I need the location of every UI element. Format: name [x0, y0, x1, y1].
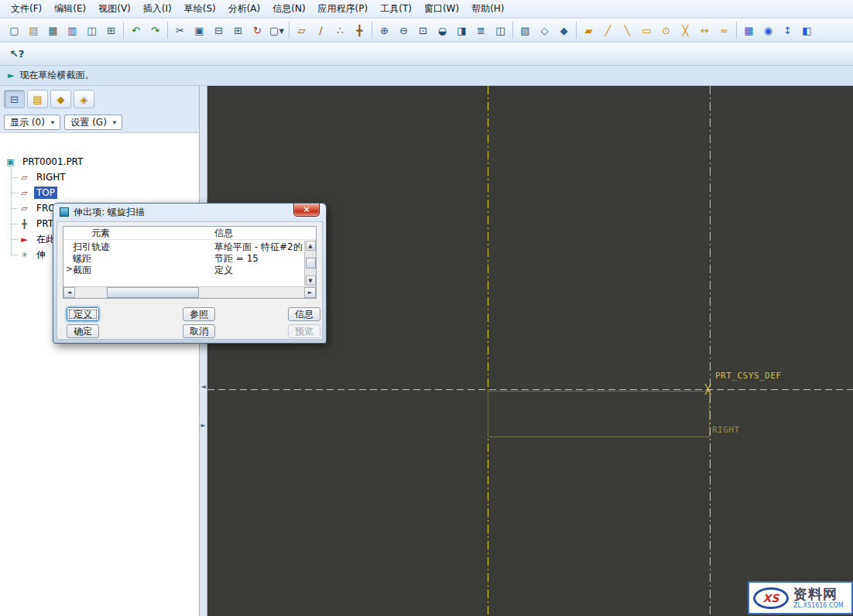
cancel-button[interactable]: 取消: [183, 324, 215, 338]
repaint-icon[interactable]: ◒: [433, 22, 452, 39]
sketch-rectangle-outline[interactable]: [488, 391, 710, 437]
favorites-tab-icon[interactable]: ◆: [50, 90, 71, 108]
window-activate-icon[interactable]: ▧: [516, 22, 535, 39]
model-display-icon[interactable]: ◇: [535, 22, 554, 39]
print-preview-icon[interactable]: ◫: [82, 22, 101, 39]
saved-views-icon[interactable]: ◨: [452, 22, 471, 39]
close-icon[interactable]: ×: [293, 204, 320, 217]
datum-point-toggle-icon[interactable]: ∴: [331, 22, 350, 39]
element-row[interactable]: 扫引轨迹草绘平面 - 特征#2的: [63, 241, 304, 252]
datum-plane-toggle-icon[interactable]: ▱: [292, 22, 311, 39]
folder-browser-tab-icon[interactable]: ▤: [27, 90, 48, 108]
menu-info[interactable]: 信息(N): [266, 0, 311, 18]
toolbar-separator: [576, 22, 577, 39]
open-file-icon[interactable]: ▤: [24, 22, 43, 39]
snap-toggle-icon[interactable]: ◉: [759, 22, 778, 39]
show-dropdown[interactable]: 显示 (0) ▾: [4, 115, 60, 130]
menu-window[interactable]: 窗口(W): [418, 0, 465, 18]
layers-icon[interactable]: ≣: [471, 22, 491, 39]
vertical-scroll-thumb[interactable]: [306, 258, 316, 269]
model-tree-tab-icon[interactable]: ⊟: [4, 90, 25, 108]
vertical-dim-icon[interactable]: ↕: [778, 22, 797, 39]
expand-panel-arrow-icon[interactable]: ►: [200, 422, 207, 429]
panel-sash[interactable]: ◄ ►: [200, 86, 207, 616]
menu-view[interactable]: 视图(V): [92, 0, 137, 18]
watermark-logo: XS: [753, 587, 789, 609]
sketch-trim-icon[interactable]: ╳: [676, 22, 695, 39]
scroll-down-icon[interactable]: ▼: [306, 275, 316, 286]
menu-applications[interactable]: 应用程序(P): [312, 0, 375, 18]
settings-dropdown[interactable]: 设置 (G) ▾: [64, 115, 122, 130]
paste-special-icon[interactable]: ⊞: [228, 22, 248, 39]
copy-icon[interactable]: ▣: [190, 22, 209, 39]
horizontal-datum-line[interactable]: [207, 389, 853, 390]
context-help-icon[interactable]: ↖?: [6, 45, 28, 63]
menu-help[interactable]: 帮助(H): [465, 0, 510, 18]
reference-button[interactable]: 参照: [183, 307, 215, 321]
print-icon[interactable]: ▥: [63, 22, 82, 39]
zoom-in-icon[interactable]: ⊕: [375, 22, 394, 39]
menu-insert[interactable]: 插入(I): [137, 0, 178, 18]
element-row[interactable]: 螺距节距 = 15: [63, 252, 304, 264]
sketch-circle-icon[interactable]: ⊙: [656, 22, 676, 39]
element-row[interactable]: >截面定义: [63, 264, 304, 275]
sketch-setup-icon[interactable]: ▰: [579, 22, 598, 39]
column-header-info: 信息: [214, 227, 316, 239]
sketch-modify-icon[interactable]: ≈: [714, 22, 734, 39]
toolbar-separator: [167, 22, 168, 39]
paste-icon[interactable]: ⊟: [209, 22, 228, 39]
menu-file[interactable]: 文件(F): [5, 0, 48, 18]
column-header-element: 元素: [63, 227, 214, 239]
define-button[interactable]: 定义: [67, 307, 99, 321]
section-view-icon[interactable]: ◧: [797, 22, 817, 39]
menu-sketch[interactable]: 草绘(S): [178, 0, 222, 18]
history-tab-icon[interactable]: ◈: [74, 90, 94, 108]
toolbar-separator: [736, 22, 737, 39]
undo-icon[interactable]: ↶: [126, 22, 146, 39]
regenerate-icon[interactable]: ↻: [248, 22, 267, 39]
toolbar-separator: [512, 22, 513, 39]
collapse-panel-arrow-icon[interactable]: ◄: [200, 383, 207, 390]
tree-item-label: TOP: [34, 187, 57, 199]
select-box-icon[interactable]: ▢▾: [267, 22, 286, 39]
csys-marker-icon[interactable]: ╳: [705, 385, 711, 394]
right-datum-line[interactable]: [710, 86, 711, 616]
scroll-up-icon[interactable]: ▲: [306, 241, 316, 251]
zoom-out-icon[interactable]: ⊖: [394, 22, 413, 39]
vertical-datum-line[interactable]: [488, 86, 488, 616]
ok-button[interactable]: 确定: [67, 324, 99, 338]
new-file-icon[interactable]: ▢: [5, 22, 24, 39]
horizontal-scrollbar[interactable]: ◄ ►: [63, 286, 316, 298]
save-icon[interactable]: ▦: [43, 22, 63, 39]
scroll-left-icon[interactable]: ◄: [63, 287, 75, 298]
graphics-canvas[interactable]: ╳ PRT_CSYS_DEF RIGHT XS 资料网 ZL.XS1616.CO…: [207, 86, 853, 616]
sketch-line-icon[interactable]: ╱: [598, 22, 618, 39]
scroll-right-icon[interactable]: ►: [304, 287, 316, 298]
menu-analysis[interactable]: 分析(A): [222, 0, 267, 18]
horizontal-scroll-track[interactable]: [75, 287, 304, 298]
info-button[interactable]: 信息: [288, 307, 320, 321]
grid-toggle-icon[interactable]: ▦: [739, 22, 759, 39]
zoom-fit-icon[interactable]: ⊡: [413, 22, 433, 39]
tree-item-right[interactable]: ▱RIGHT: [19, 169, 199, 185]
menu-edit[interactable]: 编辑(E): [48, 0, 92, 18]
tree-item-prt0001[interactable]: ▣PRT0001.PRT: [5, 154, 199, 169]
sketch-centerline-icon[interactable]: ╲: [618, 22, 637, 39]
cut-icon[interactable]: ✂: [170, 22, 190, 39]
vertical-scrollbar[interactable]: ▲ ▼: [304, 241, 316, 286]
csys-toggle-icon[interactable]: ╋: [350, 22, 369, 39]
helical-sweep-dialog: 伸出项: 螺旋扫描 × 元素 信息 扫引轨迹草绘平面 - 特征#2的螺距节距 =…: [53, 203, 327, 344]
redo-icon[interactable]: ↷: [146, 22, 165, 39]
dialog-title-bar[interactable]: 伸出项: 螺旋扫描: [53, 204, 326, 221]
view-manager-icon[interactable]: ◫: [491, 22, 510, 39]
datum-axis-toggle-icon[interactable]: ∕: [311, 22, 331, 39]
tree-item-top[interactable]: ▱TOP: [19, 185, 199, 200]
element-info: 定义: [214, 264, 304, 275]
sketch-rectangle-icon[interactable]: ▭: [637, 22, 656, 39]
export-icon[interactable]: ⊞: [101, 22, 121, 39]
horizontal-scroll-thumb[interactable]: [107, 287, 198, 298]
datum-display-icon[interactable]: ◆: [554, 22, 574, 39]
main-toolbar: ▢▤▦▥◫⊞↶↷✂▣⊟⊞↻▢▾▱∕∴╋⊕⊖⊡◒◨≣◫▧◇◆▰╱╲▭⊙╳↔≈▦◉↕…: [0, 19, 853, 43]
sketch-dimension-icon[interactable]: ↔: [695, 22, 714, 39]
menu-tools[interactable]: 工具(T): [374, 0, 418, 18]
